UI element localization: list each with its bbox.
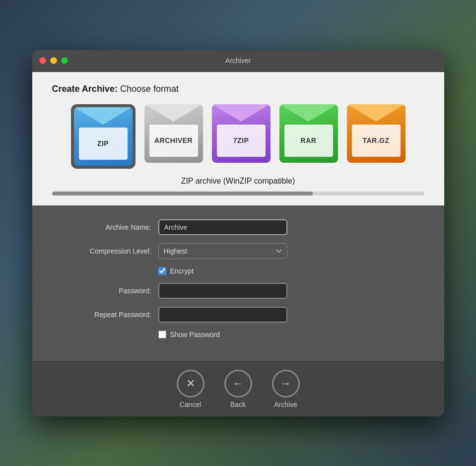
main-window: Archiver Create Archive: Choose format Z… xyxy=(32,50,444,416)
maximize-button[interactable] xyxy=(61,57,68,64)
back-icon: ← xyxy=(233,377,244,390)
format-icons-row: ZIP ARCHIVER 7ZIP xyxy=(52,104,424,169)
repeat-password-input[interactable] xyxy=(158,307,287,323)
encrypt-label[interactable]: Encrypt xyxy=(158,267,194,275)
back-icon-circle: ← xyxy=(224,370,252,398)
compression-level-label: Compression Level: xyxy=(52,247,151,255)
archive-name-input[interactable] xyxy=(158,219,287,235)
archive-name-label: Archive Name: xyxy=(52,223,151,231)
format-label-7zip: 7ZIP xyxy=(233,136,249,144)
progress-bar xyxy=(52,192,424,196)
format-icon-rar[interactable]: RAR xyxy=(279,104,338,163)
format-label-zip: ZIP xyxy=(97,139,109,147)
cancel-icon: ✕ xyxy=(186,377,195,390)
show-password-label-text: Show Password xyxy=(170,331,220,338)
traffic-lights xyxy=(39,57,68,64)
show-password-row: Show Password xyxy=(52,331,424,338)
format-icon-7zip[interactable]: 7ZIP xyxy=(212,104,271,163)
window-title: Archiver xyxy=(225,57,251,65)
form-section: Archive Name: Compression Level: None Fa… xyxy=(32,205,444,361)
repeat-password-row: Repeat Password: xyxy=(52,307,424,323)
compression-level-select[interactable]: None Fastest Fast Normal High Highest xyxy=(158,243,287,259)
titlebar: Archiver xyxy=(32,50,444,72)
section-heading: Create Archive: Choose format xyxy=(52,84,424,94)
compression-level-row: Compression Level: None Fastest Fast Nor… xyxy=(52,243,424,259)
format-label-rar: RAR xyxy=(301,136,317,144)
format-icon-zip[interactable]: ZIP xyxy=(71,104,136,169)
format-icon-targz[interactable]: TAR.GZ xyxy=(347,104,406,163)
cancel-icon-circle: ✕ xyxy=(177,370,204,398)
cancel-label: Cancel xyxy=(180,400,202,408)
encrypt-label-text: Encrypt xyxy=(170,267,194,275)
format-label-targz: TAR.GZ xyxy=(362,136,389,144)
minimize-button[interactable] xyxy=(50,57,57,64)
archive-icon-circle: → xyxy=(272,370,300,398)
encrypt-checkbox[interactable] xyxy=(158,267,166,275)
action-bar: ✕ Cancel ← Back → Archive xyxy=(32,361,444,416)
back-button[interactable]: ← Back xyxy=(224,370,252,408)
archive-label: Archive xyxy=(274,400,297,408)
heading-bold: Create Archive: xyxy=(52,84,118,94)
password-row: Password: xyxy=(52,283,424,299)
encrypt-row: Encrypt xyxy=(52,267,424,275)
password-input[interactable] xyxy=(158,283,287,299)
archive-button[interactable]: → Archive xyxy=(272,370,300,408)
repeat-password-label: Repeat Password: xyxy=(52,311,151,319)
cancel-button[interactable]: ✕ Cancel xyxy=(177,370,204,408)
show-password-label[interactable]: Show Password xyxy=(158,331,220,338)
format-label-archiver: ARCHIVER xyxy=(154,136,193,144)
heading-normal: Choose format xyxy=(118,84,179,94)
archive-name-row: Archive Name: xyxy=(52,219,424,235)
format-description: ZIP archive (WinZIP compatible) xyxy=(52,177,424,186)
top-section: Create Archive: Choose format ZIP AR xyxy=(32,72,444,205)
back-label: Back xyxy=(230,400,246,408)
progress-bar-fill xyxy=(52,192,313,196)
format-icon-archiver[interactable]: ARCHIVER xyxy=(144,104,203,163)
password-label: Password: xyxy=(52,287,151,295)
archive-icon: → xyxy=(280,377,291,390)
show-password-checkbox[interactable] xyxy=(158,331,166,338)
close-button[interactable] xyxy=(39,57,46,64)
